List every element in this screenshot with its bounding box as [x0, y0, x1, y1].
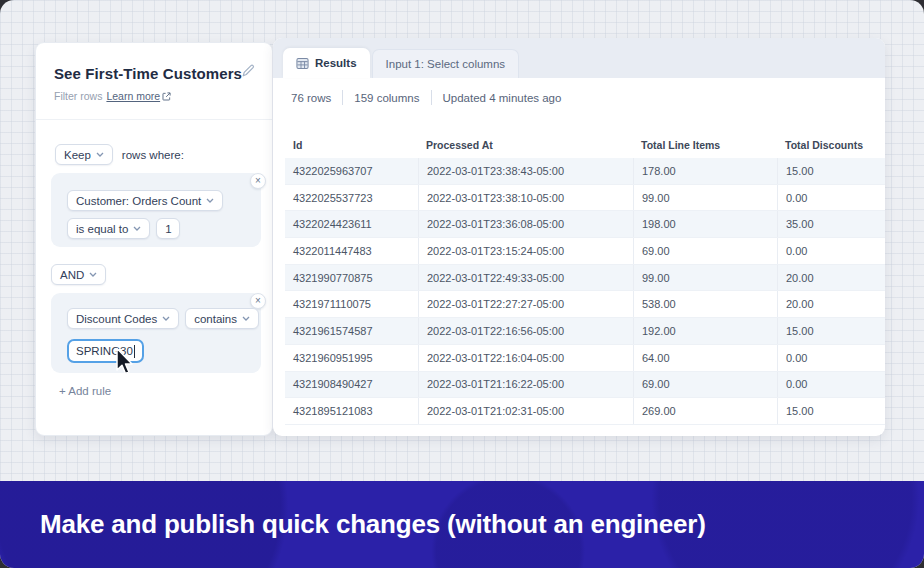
rule-1-operator-dropdown[interactable]: is equal to [67, 218, 150, 239]
cell-total-line-items: 69.00 [633, 372, 777, 398]
column-header: Total Line Items [633, 139, 777, 151]
keep-dropdown[interactable]: Keep [55, 144, 113, 165]
rule-1-field-row: Customer: Orders Count [67, 190, 223, 211]
chevron-down-icon [133, 226, 141, 231]
rule-2-field-dropdown[interactable]: Discount Codes [67, 308, 179, 329]
updated-timestamp: Updated 4 minutes ago [443, 92, 562, 104]
step-title: See First-Time Customers [54, 65, 242, 82]
chevron-down-icon [242, 316, 250, 321]
cell-total-line-items: 99.00 [633, 265, 777, 291]
rule-1-value-input[interactable]: 1 [156, 218, 180, 239]
cell-total-discounts: 15.00 [777, 318, 885, 344]
table-row: 4321895121083 2022-03-01T21:02:31-05:00 … [285, 398, 885, 425]
table-row: 4321908490427 2022-03-01T21:16:22-05:00 … [285, 372, 885, 399]
tab-results-label: Results [315, 57, 357, 69]
rule-2-field-row: Discount Codes contains [67, 308, 259, 329]
cell-total-discounts: 15.00 [777, 398, 885, 424]
cell-processed-at: 2022-03-01T21:02:31-05:00 [418, 398, 633, 424]
rule-conjunction: AND [51, 264, 106, 285]
table-row: 4321960951995 2022-03-01T22:16:04-05:00 … [285, 345, 885, 372]
and-dropdown[interactable]: AND [51, 264, 106, 285]
banner-headline: Make and publish quick changes (without … [40, 509, 706, 540]
rows-where-label: rows where: [122, 149, 184, 161]
cell-total-discounts: 35.00 [777, 211, 885, 237]
bottom-banner: Make and publish quick changes (without … [0, 481, 924, 568]
results-table: Id Processed At Total Line Items Total D… [285, 132, 885, 425]
cell-total-discounts: 0.00 [777, 372, 885, 398]
rule-2-operator-dropdown[interactable]: contains [185, 308, 259, 329]
table-status-bar: 76 rows 159 columns Updated 4 minutes ag… [291, 90, 561, 105]
cell-id: 4322024423611 [285, 218, 418, 230]
mouse-cursor [112, 346, 134, 380]
table-row: 4321971110075 2022-03-01T22:27:27-05:00 … [285, 291, 885, 318]
external-link-icon [162, 91, 171, 103]
tab-input-1[interactable]: Input 1: Select columns [372, 49, 520, 78]
cell-total-discounts: 0.00 [777, 238, 885, 264]
rule-1-operator-label: is equal to [76, 223, 128, 235]
cell-processed-at: 2022-03-01T23:38:10-05:00 [418, 185, 633, 211]
cell-total-line-items: 192.00 [633, 318, 777, 344]
chevron-down-icon [162, 316, 170, 321]
rule-1-field-dropdown[interactable]: Customer: Orders Count [67, 190, 223, 211]
and-dropdown-label: AND [60, 269, 84, 281]
cell-processed-at: 2022-03-01T21:16:22-05:00 [418, 372, 633, 398]
step-type-label: Filter rowsLearn more [54, 90, 171, 103]
filter-step-panel: See First-Time Customers Filter rowsLear… [35, 42, 273, 436]
chevron-down-icon [89, 272, 97, 277]
cell-total-discounts: 0.00 [777, 345, 885, 371]
cell-total-discounts: 20.00 [777, 291, 885, 317]
filter-rule-2: × Discount Codes contains SPRING30 [51, 293, 261, 373]
cell-id: 4322025537723 [285, 192, 418, 204]
add-rule-button[interactable]: + Add rule [59, 385, 111, 397]
cell-id: 4321908490427 [285, 378, 418, 390]
learn-more-link[interactable]: Learn more [106, 90, 160, 102]
cell-total-line-items: 99.00 [633, 185, 777, 211]
column-header: Id [285, 139, 418, 151]
keep-rows-row: Keep rows where: [55, 144, 184, 165]
column-count: 159 columns [354, 92, 419, 104]
table-icon [296, 57, 309, 70]
table-body: 4322025963707 2022-03-01T23:38:43-05:00 … [285, 158, 885, 425]
chevron-down-icon [96, 152, 104, 157]
column-header: Total Discounts [777, 139, 885, 151]
table-row: 4321961574587 2022-03-01T22:16:56-05:00 … [285, 318, 885, 345]
cell-processed-at: 2022-03-01T22:16:04-05:00 [418, 345, 633, 371]
tab-input-1-label: Input 1: Select columns [386, 58, 506, 70]
cell-total-line-items: 538.00 [633, 291, 777, 317]
cell-id: 4322011447483 [285, 245, 418, 257]
tab-results[interactable]: Results [283, 48, 370, 78]
cell-id: 4321971110075 [285, 298, 418, 310]
rule-1-operator-row: is equal to 1 [67, 218, 180, 239]
table-row: 4322025963707 2022-03-01T23:38:43-05:00 … [285, 158, 885, 185]
screenshot-stage: See First-Time Customers Filter rowsLear… [0, 0, 924, 568]
cell-id: 4321895121083 [285, 405, 418, 417]
cell-total-line-items: 198.00 [633, 211, 777, 237]
cell-total-line-items: 69.00 [633, 238, 777, 264]
cell-processed-at: 2022-03-01T23:15:24-05:00 [418, 238, 633, 264]
cell-total-line-items: 178.00 [633, 158, 777, 184]
filter-rule-1: × Customer: Orders Count is equal to 1 [51, 173, 261, 247]
chevron-down-icon [206, 198, 214, 203]
panel-divider [36, 119, 272, 120]
rule-2-operator-label: contains [194, 313, 237, 325]
text-caret [134, 345, 135, 358]
cell-id: 4321960951995 [285, 352, 418, 364]
cell-processed-at: 2022-03-01T22:49:33-05:00 [418, 265, 633, 291]
cell-processed-at: 2022-03-01T23:38:43-05:00 [418, 158, 633, 184]
rule-1-field-label: Customer: Orders Count [76, 195, 201, 207]
table-row: 4322011447483 2022-03-01T23:15:24-05:00 … [285, 238, 885, 265]
cell-total-discounts: 20.00 [777, 265, 885, 291]
cell-total-discounts: 0.00 [777, 185, 885, 211]
cell-total-line-items: 269.00 [633, 398, 777, 424]
cell-id: 4321990770875 [285, 272, 418, 284]
app-canvas: See First-Time Customers Filter rowsLear… [0, 0, 924, 568]
results-panel: Results Input 1: Select columns 76 rows … [273, 38, 885, 436]
remove-rule-1-button[interactable]: × [250, 173, 266, 189]
cell-processed-at: 2022-03-01T22:27:27-05:00 [418, 291, 633, 317]
status-divider [342, 90, 343, 105]
keep-dropdown-label: Keep [64, 149, 91, 161]
cell-total-discounts: 15.00 [777, 158, 885, 184]
cell-total-line-items: 64.00 [633, 345, 777, 371]
edit-title-icon[interactable] [240, 63, 256, 79]
remove-rule-2-button[interactable]: × [250, 293, 266, 309]
